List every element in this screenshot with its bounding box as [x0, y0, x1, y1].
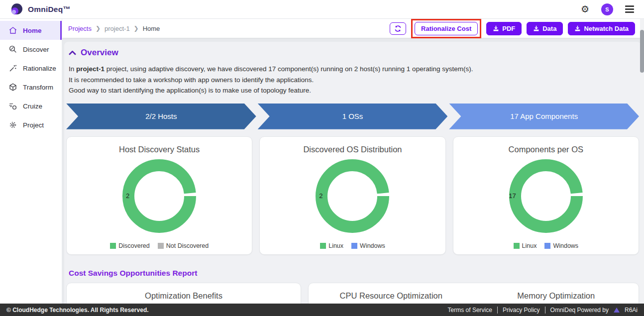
project-gear-icon — [8, 120, 17, 129]
legend-swatch — [110, 243, 116, 249]
discovery-pipeline: 2/2 Hosts 1 OSs 17 App Components — [66, 104, 639, 129]
legend-swatch — [320, 243, 326, 249]
chevron-up-icon — [69, 51, 76, 55]
copyright-text: © CloudHedge Technologies. All Rights Re… — [6, 307, 149, 314]
overview-title: Overview — [81, 48, 118, 58]
powered-by-text: OmniDeq Powered by — [550, 307, 609, 314]
download-netwatch-data-button[interactable]: Netwatch Data — [568, 22, 635, 35]
legend-item[interactable]: Discovered — [110, 242, 150, 249]
sidebar-item-label: Discover — [23, 46, 49, 53]
cost-savings-report-heading: Cost Savings Opportunities Report — [69, 269, 639, 278]
legend-item[interactable]: Windows — [544, 242, 578, 249]
download-data-button[interactable]: Data — [527, 22, 563, 35]
host-discovery-status-card: Host Discovery Status 2 Discovered Not D… — [66, 136, 252, 255]
chart-cards-row: Host Discovery Status 2 Discovered Not D… — [66, 136, 639, 255]
annotation-highlight-box: Rationalize Cost — [411, 19, 481, 38]
magic-wand-icon — [8, 64, 17, 73]
sidebar-item-cruize[interactable]: Cruize — [0, 97, 62, 115]
legend-swatch — [158, 243, 164, 249]
legend-item[interactable]: Not Discovered — [158, 242, 209, 249]
donut-chart: 2 — [313, 156, 392, 238]
sidebar-item-label: Cruize — [23, 103, 42, 110]
scrollbar-thumb[interactable] — [640, 30, 644, 73]
chevron-right-icon: ❯ — [134, 25, 139, 32]
donut-chart: 17 — [506, 156, 586, 238]
breadcrumb-current-page: Home — [143, 25, 160, 32]
comet-icon — [8, 102, 17, 110]
chart-title: Components per OS — [453, 145, 639, 154]
top-navbar: OmniDeq™ ⚙ S — [0, 0, 644, 19]
sidebar-item-label: Project — [23, 121, 44, 129]
donut-chart: 2 — [119, 156, 199, 238]
refresh-icon — [394, 25, 402, 32]
terms-of-service-link[interactable]: Terms of Service — [448, 307, 492, 314]
chart-legend: Linux Windows — [260, 242, 445, 249]
chart-title: Memory Optimization — [474, 291, 639, 301]
pipeline-hosts-arrow: 2/2 Hosts — [66, 104, 256, 129]
pipeline-os-arrow: 1 OSs — [258, 104, 448, 129]
sidebar-item-label: Transform — [23, 84, 53, 91]
legend-swatch — [351, 243, 357, 249]
chart-legend: Discovered Not Discovered — [67, 242, 252, 249]
overview-text: In project-1 project, using adaptive dis… — [69, 64, 639, 96]
overview-line-2: It is recommended to take a workshop wit… — [69, 75, 639, 86]
settings-gear-icon[interactable]: ⚙ — [581, 4, 589, 14]
chart-title: Optimization Benefits — [67, 291, 301, 301]
sidebar-item-discover[interactable]: Discover — [0, 40, 62, 59]
rationalize-cost-button[interactable]: Rationalize Cost — [415, 22, 478, 35]
legend-item[interactable]: Windows — [351, 242, 385, 249]
chart-title: CPU Resource Optimization — [309, 291, 474, 301]
footer: © CloudHedge Technologies. All Rights Re… — [0, 304, 644, 316]
legend-swatch — [514, 243, 520, 249]
components-per-os-card: Components per OS 17 Linux Windows — [453, 136, 639, 255]
privacy-policy-link[interactable]: Privacy Policy — [503, 307, 540, 314]
refresh-button[interactable] — [390, 22, 406, 35]
breadcrumb-projects-link[interactable]: Projects — [68, 25, 92, 32]
overview-line-1: In project-1 project, using adaptive dis… — [69, 64, 639, 75]
cube-icon — [8, 83, 17, 92]
chart-title: Host Discovery Status — [67, 145, 252, 154]
main-panel: Overview In project-1 project, using ada… — [64, 42, 641, 316]
chart-title: Discovered OS Distribution — [260, 145, 445, 154]
brand: OmniDeq™ — [10, 2, 71, 16]
scrollbar-track[interactable] — [640, 19, 644, 304]
sidebar-item-home[interactable]: Home — [0, 21, 62, 40]
legend-item[interactable]: Linux — [514, 242, 537, 249]
download-pdf-button[interactable]: PDF — [486, 22, 522, 35]
donut-value-label: 2 — [117, 192, 129, 200]
download-icon — [574, 25, 581, 32]
legend-item[interactable]: Linux — [320, 242, 343, 249]
pipeline-components-arrow: 17 App Components — [449, 104, 639, 129]
sidebar-item-project[interactable]: Project — [0, 115, 62, 134]
overview-collapse-toggle[interactable]: Overview — [69, 48, 639, 58]
legend-swatch — [544, 243, 550, 249]
user-avatar[interactable]: S — [601, 3, 613, 15]
footer-divider — [545, 307, 545, 314]
r6ai-logo-icon — [614, 308, 620, 313]
powered-by-brand: R6Ai — [625, 307, 638, 314]
home-icon — [8, 26, 17, 35]
overview-line-3: Good way to start identifying the applic… — [69, 85, 639, 96]
footer-divider — [497, 307, 498, 314]
breadcrumb-toolbar-bar: Projects ❯ project-1 ❯ Home Rationalize … — [62, 19, 640, 38]
download-icon — [493, 25, 499, 32]
sidebar-item-label: Home — [23, 27, 42, 34]
donut-value-label: 2 — [311, 192, 322, 200]
brand-name: OmniDeq™ — [28, 5, 71, 14]
chevron-right-icon: ❯ — [96, 25, 101, 32]
download-icon — [533, 25, 539, 32]
sidebar-item-transform[interactable]: Transform — [0, 78, 62, 97]
breadcrumb-project-name[interactable]: project-1 — [105, 25, 130, 32]
breadcrumb: Projects ❯ project-1 ❯ Home — [68, 25, 160, 32]
omnideq-logo-icon — [10, 2, 23, 16]
sidebar: Home Discover Rationalize Transform Crui… — [0, 19, 62, 304]
sidebar-item-rationalize[interactable]: Rationalize — [0, 59, 62, 78]
sidebar-item-label: Rationalize — [23, 65, 56, 72]
donut-value-label: 17 — [504, 192, 516, 200]
chart-legend: Linux Windows — [453, 242, 639, 249]
discover-search-icon — [8, 45, 17, 54]
os-distribution-card: Discovered OS Distribution 2 Linux Windo… — [259, 136, 445, 255]
hamburger-menu-icon[interactable] — [625, 5, 634, 12]
toolbar: Rationalize Cost PDF Data Netwatch Data — [390, 19, 635, 38]
